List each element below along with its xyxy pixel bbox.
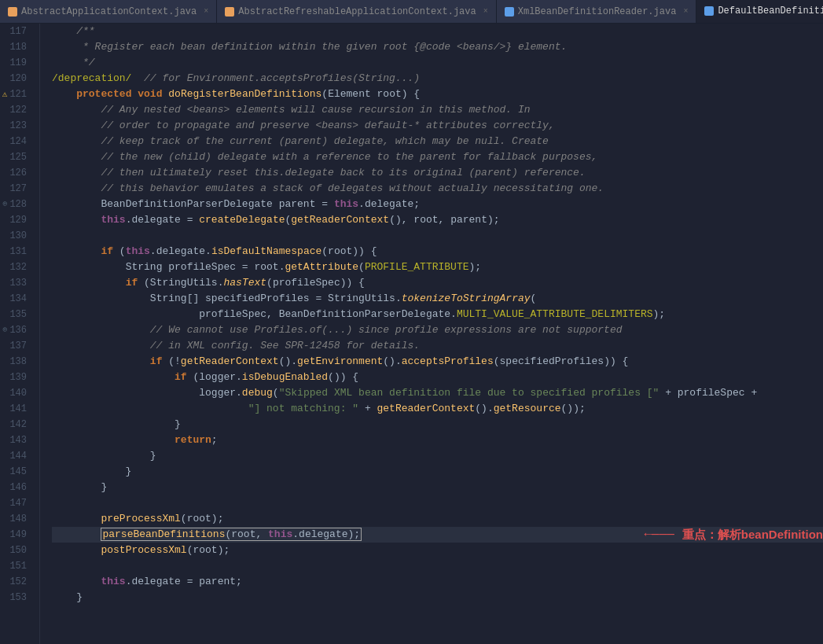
- code-text: "] not matching: " + getReaderContext().…: [52, 401, 823, 417]
- code-line-125: // the new (child) delegate with a refer…: [52, 149, 823, 165]
- line-num-text: 143: [9, 432, 27, 448]
- line-number-128: ⊕128: [0, 197, 33, 212]
- code-text: preProcessXml(root);: [52, 511, 823, 527]
- code-line-127: // this behavior emulates a stack of del…: [52, 181, 823, 197]
- line-number-139: 139: [0, 370, 33, 385]
- code-text: }: [52, 590, 823, 605]
- line-num-text: 144: [9, 448, 27, 464]
- line-number-125: 125: [0, 149, 33, 165]
- code-line-132: String profileSpec = root.getAttribute(P…: [52, 259, 823, 275]
- code-line-128: BeanDefinitionParserDelegate parent = th…: [52, 197, 823, 212]
- line-number-142: 142: [0, 417, 33, 432]
- code-text: BeanDefinitionParserDelegate parent = th…: [52, 197, 823, 212]
- annotation-text: 重点：解析beanDefinition: [682, 528, 823, 543]
- code-text: /deprecation/ // for Environment.accepts…: [52, 71, 823, 86]
- code-text: /**: [52, 24, 823, 39]
- line-num-text: 121: [9, 86, 27, 102]
- line-num-text: 122: [9, 102, 27, 118]
- line-num-text: 139: [9, 370, 27, 385]
- code-text: // this behavior emulates a stack of del…: [52, 181, 823, 197]
- line-num-text: 132: [9, 259, 27, 275]
- tab-label: AbstractRefreshableApplicationContext.ja…: [238, 6, 476, 17]
- line-number-129: 129: [0, 212, 33, 228]
- tab-label: XmlBeanDefinitionReader.java: [518, 6, 677, 17]
- code-text: if (!getReaderContext().getEnvironment()…: [52, 354, 823, 370]
- line-num-text: 127: [9, 181, 27, 197]
- code-line-149: parseBeanDefinitions(root, this.delegate…: [52, 527, 823, 543]
- tab-icon: [225, 7, 234, 17]
- code-line-136: // We cannot use Profiles.of(...) since …: [52, 322, 823, 338]
- line-number-126: 126: [0, 165, 33, 181]
- code-text: return;: [52, 432, 823, 448]
- code-line-135: profileSpec, BeanDefinitionParserDelegat…: [52, 307, 823, 322]
- line-number-132: 132: [0, 259, 33, 275]
- code-text: */: [52, 55, 823, 71]
- code-text: String[] specifiedProfiles = StringUtils…: [52, 291, 823, 307]
- tab-icon: [8, 7, 17, 17]
- line-number-127: 127: [0, 181, 33, 197]
- tab-close-button[interactable]: ×: [483, 7, 488, 16]
- code-text: // then ultimately reset this.delegate b…: [52, 165, 823, 181]
- code-text: this.delegate = parent;: [52, 574, 823, 590]
- line-number-143: 143: [0, 432, 33, 448]
- line-number-149: 149: [0, 527, 33, 543]
- line-number-118: 118: [0, 39, 33, 55]
- line-number-144: 144: [0, 448, 33, 464]
- editor-container: 117118119120⚠121122123124125126127⊕12812…: [0, 24, 823, 644]
- tab-tab1[interactable]: AbstractApplicationContext.java×: [0, 0, 217, 23]
- code-line-145: }: [52, 464, 823, 480]
- line-num-text: 130: [9, 228, 27, 244]
- line-number-121: ⚠121: [0, 86, 33, 102]
- code-line-152: this.delegate = parent;: [52, 574, 823, 590]
- code-line-121: protected void doRegisterBeanDefinitions…: [52, 86, 823, 102]
- code-line-122: // Any nested <beans> elements will caus…: [52, 102, 823, 118]
- line-number-135: 135: [0, 307, 33, 322]
- code-text: * Register each bean definition within t…: [52, 39, 823, 55]
- fold-icon[interactable]: ⊕: [2, 322, 7, 338]
- code-line-130: [52, 228, 823, 244]
- code-line-146: }: [52, 480, 823, 495]
- line-num-text: 120: [9, 71, 27, 86]
- line-number-138: 138: [0, 354, 33, 370]
- line-number-119: 119: [0, 55, 33, 71]
- code-text: // in XML config. See SPR-12458 for deta…: [52, 338, 823, 354]
- line-num-text: 138: [9, 354, 27, 370]
- line-number-gutter: 117118119120⚠121122123124125126127⊕12812…: [0, 24, 40, 644]
- line-number-136: ⊕136: [0, 322, 33, 338]
- code-line-138: if (!getReaderContext().getEnvironment()…: [52, 354, 823, 370]
- tab-tab4[interactable]: DefaultBeanDefinitionDocumentReader.java…: [696, 0, 823, 23]
- line-num-text: 133: [9, 275, 27, 291]
- line-num-text: 142: [9, 417, 27, 432]
- code-line-144: }: [52, 448, 823, 464]
- tab-tab2[interactable]: AbstractRefreshableApplicationContext.ja…: [217, 0, 496, 23]
- line-number-124: 124: [0, 134, 33, 149]
- line-number-147: 147: [0, 495, 33, 511]
- code-line-153: }: [52, 590, 823, 605]
- tab-tab3[interactable]: XmlBeanDefinitionReader.java×: [497, 0, 697, 23]
- line-number-150: 150: [0, 543, 33, 558]
- line-num-text: 124: [9, 134, 27, 149]
- tab-close-button[interactable]: ×: [683, 7, 688, 16]
- code-area[interactable]: /** * Register each bean definition with…: [40, 24, 823, 644]
- line-number-153: 153: [0, 590, 33, 605]
- code-line-118: * Register each bean definition within t…: [52, 39, 823, 55]
- line-num-text: 153: [9, 590, 27, 605]
- tab-icon: [505, 7, 514, 17]
- code-text: [52, 495, 823, 511]
- line-number-122: 122: [0, 102, 33, 118]
- line-num-text: 136: [9, 322, 27, 338]
- line-num-text: 147: [9, 495, 27, 511]
- line-num-text: 117: [9, 24, 27, 39]
- code-text: parseBeanDefinitions(root, this.delegate…: [52, 527, 636, 543]
- tab-close-button[interactable]: ×: [204, 7, 208, 16]
- line-number-117: 117: [0, 24, 33, 39]
- code-text: // We cannot use Profiles.of(...) since …: [52, 322, 823, 338]
- code-text: postProcessXml(root);: [52, 543, 823, 558]
- fold-icon[interactable]: ⊕: [2, 197, 7, 212]
- line-num-text: 131: [9, 244, 27, 259]
- line-num-text: 118: [9, 39, 27, 55]
- warning-icon: ⚠: [2, 86, 8, 102]
- code-text: }: [52, 417, 823, 432]
- code-line-134: String[] specifiedProfiles = StringUtils…: [52, 291, 823, 307]
- line-num-text: 149: [9, 527, 27, 543]
